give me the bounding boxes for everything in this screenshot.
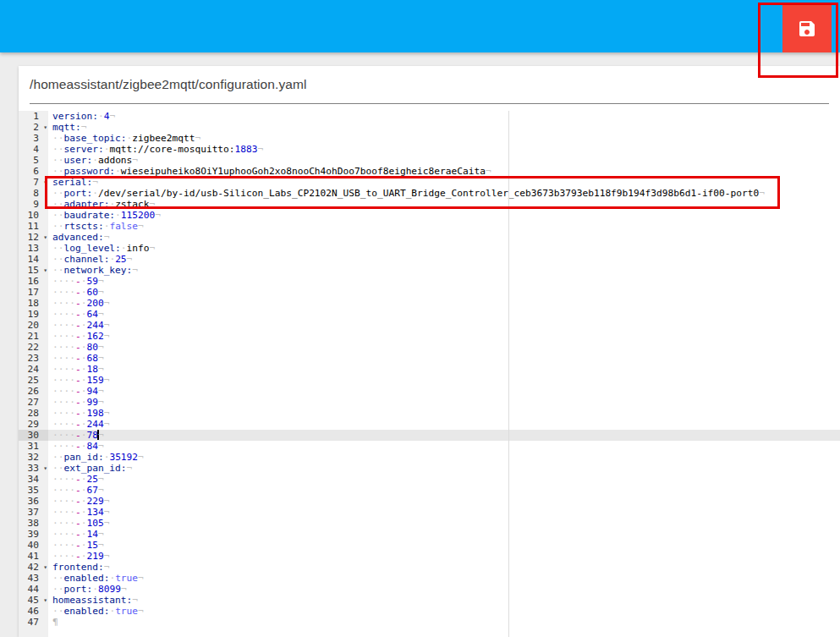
code-line[interactable]: frontend:¬: [48, 562, 840, 573]
code-line[interactable]: ··network_key:¬: [48, 265, 840, 276]
file-path-input[interactable]: /homeassistant/zigbee2mqtt/configuration…: [19, 66, 840, 103]
code-line[interactable]: ····-·198¬: [48, 408, 840, 419]
gutter-line-number[interactable]: 40: [19, 540, 48, 551]
code-line[interactable]: ··port:·8099¬: [48, 584, 840, 595]
code-line[interactable]: ····-·200¬: [48, 298, 840, 309]
gutter-line-number[interactable]: 33▾: [19, 463, 48, 474]
gutter-line-number[interactable]: 34: [19, 474, 48, 485]
gutter-line-number[interactable]: 7▾: [19, 177, 48, 188]
code-line[interactable]: ··base_topic:·zigbee2mqtt¬: [48, 133, 840, 144]
editor-card: /homeassistant/zigbee2mqtt/configuration…: [19, 66, 840, 637]
code-line[interactable]: ··server:·mqtt://core-mosquitto:1883¬: [48, 144, 840, 155]
gutter-line-number[interactable]: 31: [19, 441, 48, 452]
gutter-line-number[interactable]: 47: [19, 617, 48, 628]
gutter-line-number[interactable]: 25: [19, 375, 48, 386]
code-line[interactable]: version:·4¬: [48, 111, 840, 122]
code-line[interactable]: ··ext_pan_id:¬: [48, 463, 840, 474]
gutter-line-number[interactable]: 11: [19, 221, 48, 232]
gutter-line-number[interactable]: 44: [19, 584, 48, 595]
code-line[interactable]: ····-·64¬: [48, 309, 840, 320]
code-line[interactable]: ··user:·addons¬: [48, 155, 840, 166]
gutter-line-number[interactable]: 43: [19, 573, 48, 584]
gutter-line-number[interactable]: 39: [19, 529, 48, 540]
gutter-line-number[interactable]: 12▾: [19, 232, 48, 243]
fold-arrow-icon[interactable]: ▾: [43, 232, 47, 243]
code-line[interactable]: ····-·84¬: [48, 441, 840, 452]
gutter-line-number[interactable]: 28: [19, 408, 48, 419]
code-line[interactable]: ····-·80¬: [48, 342, 840, 353]
code-line[interactable]: ····-·134¬: [48, 507, 840, 518]
code-line[interactable]: ····-·244¬: [48, 320, 840, 331]
gutter-line-number[interactable]: 6: [19, 166, 48, 177]
gutter-line-number[interactable]: 41: [19, 551, 48, 562]
gutter-line-number[interactable]: 4: [19, 144, 48, 155]
gutter-line-number[interactable]: 29: [19, 419, 48, 430]
code-line[interactable]: ····-·105¬: [48, 518, 840, 529]
code-line[interactable]: ····-·78¬: [48, 430, 840, 441]
code-line[interactable]: ····-·162¬: [48, 331, 840, 342]
gutter-line-number[interactable]: 18: [19, 298, 48, 309]
annotation-serial-port-highlight: [45, 176, 780, 209]
gutter-line-number[interactable]: 37: [19, 507, 48, 518]
gutter-line-number[interactable]: 26: [19, 386, 48, 397]
gutter-line-number[interactable]: 9: [19, 199, 48, 210]
fold-arrow-icon[interactable]: ▾: [43, 562, 47, 573]
code-line[interactable]: ··channel:·25¬: [48, 254, 840, 265]
code-line[interactable]: homeassistant:¬: [48, 595, 840, 606]
gutter-line-number[interactable]: 1: [19, 111, 48, 122]
code-line[interactable]: ····-·229¬: [48, 496, 840, 507]
code-line[interactable]: ····-·219¬: [48, 551, 840, 562]
code-line[interactable]: ····-·59¬: [48, 276, 840, 287]
code-line[interactable]: ····-·25¬: [48, 474, 840, 485]
gutter-line-number[interactable]: 32: [19, 452, 48, 463]
code-line[interactable]: ····-·67¬: [48, 485, 840, 496]
fold-arrow-icon[interactable]: ▾: [43, 265, 47, 276]
code-line[interactable]: advanced:¬: [48, 232, 840, 243]
gutter-line-number[interactable]: 2▾: [19, 122, 48, 133]
code-line[interactable]: ··enabled:·true¬: [48, 573, 840, 584]
gutter-line-number[interactable]: 15▾: [19, 265, 48, 276]
gutter-line-number[interactable]: 17: [19, 287, 48, 298]
gutter-line-number[interactable]: 21: [19, 331, 48, 342]
code-line[interactable]: ····-·99¬: [48, 397, 840, 408]
code-line[interactable]: ··pan_id:·35192¬: [48, 452, 840, 463]
code-line[interactable]: ··enabled:·true¬: [48, 606, 840, 617]
gutter-line-number[interactable]: 3: [19, 133, 48, 144]
gutter-line-number[interactable]: 36: [19, 496, 48, 507]
code-line[interactable]: ····-·244¬: [48, 419, 840, 430]
code-line[interactable]: ¶: [48, 617, 840, 628]
gutter-line-number[interactable]: 13: [19, 243, 48, 254]
gutter-line-number[interactable]: 10: [19, 210, 48, 221]
code-line[interactable]: ····-·94¬: [48, 386, 840, 397]
gutter-line-number[interactable]: 20: [19, 320, 48, 331]
code-line[interactable]: ····-·15¬: [48, 540, 840, 551]
gutter-line-number[interactable]: 46: [19, 606, 48, 617]
gutter-line-number[interactable]: 19: [19, 309, 48, 320]
code-line[interactable]: ····-·18¬: [48, 364, 840, 375]
code-line[interactable]: ··baudrate:·115200¬: [48, 210, 840, 221]
code-line[interactable]: mqtt:¬: [48, 122, 840, 133]
fold-arrow-icon[interactable]: ▾: [43, 463, 47, 474]
gutter-line-number[interactable]: 16: [19, 276, 48, 287]
gutter-line-number[interactable]: 30: [19, 430, 48, 441]
gutter-line-number[interactable]: 38: [19, 518, 48, 529]
fold-arrow-icon[interactable]: ▾: [43, 122, 47, 133]
code-line[interactable]: ····-·60¬: [48, 287, 840, 298]
code-line[interactable]: ····-·159¬: [48, 375, 840, 386]
gutter-line-number[interactable]: 22: [19, 342, 48, 353]
fold-arrow-icon[interactable]: ▾: [43, 595, 47, 606]
code-line[interactable]: ··rtscts:·false¬: [48, 221, 840, 232]
gutter-line-number[interactable]: 8: [19, 188, 48, 199]
gutter-line-number[interactable]: 27: [19, 397, 48, 408]
gutter-line-number[interactable]: 45▾: [19, 595, 48, 606]
file-editor-window: /homeassistant/zigbee2mqtt/configuration…: [0, 0, 840, 637]
code-line[interactable]: ····-·68¬: [48, 353, 840, 364]
gutter-line-number[interactable]: 23: [19, 353, 48, 364]
gutter-line-number[interactable]: 5: [19, 155, 48, 166]
code-line[interactable]: ··log_level:·info¬: [48, 243, 840, 254]
gutter-line-number[interactable]: 35: [19, 485, 48, 496]
code-line[interactable]: ····-·14¬: [48, 529, 840, 540]
gutter-line-number[interactable]: 14: [19, 254, 48, 265]
gutter-line-number[interactable]: 24: [19, 364, 48, 375]
gutter-line-number[interactable]: 42▾: [19, 562, 48, 573]
